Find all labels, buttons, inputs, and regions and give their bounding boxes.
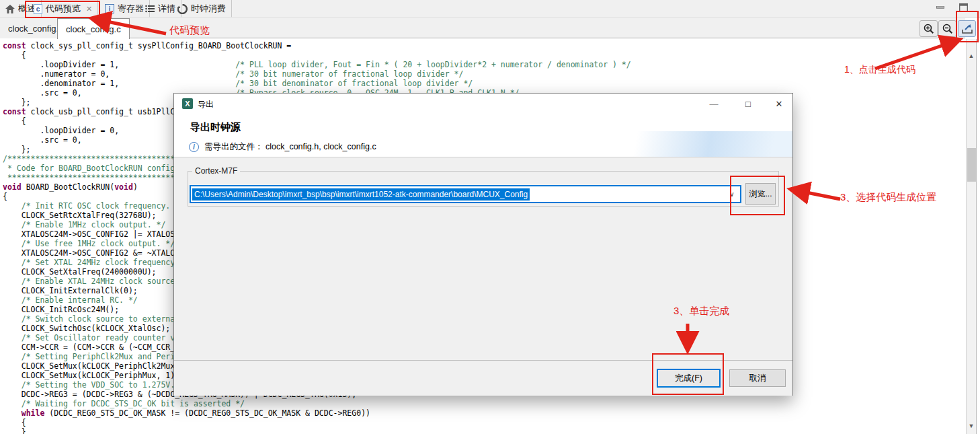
info-icon: i — [189, 142, 199, 152]
browse-button[interactable]: 浏览... — [745, 183, 776, 205]
dialog-wizard-header: 导出时钟源 i 需导出的文件： clock_config.h, clock_co… — [174, 114, 792, 157]
chevron-down-icon[interactable]: ∨ — [725, 188, 739, 201]
tab-code-preview-label: 代码预览 — [46, 3, 81, 15]
vertical-scrollbar[interactable]: ▲ ▼ — [966, 39, 977, 434]
details-icon — [145, 5, 155, 13]
export-files-info: 需导出的文件： clock_config.h, clock_config.c — [204, 141, 376, 153]
cancel-button[interactable]: 取消 — [729, 369, 786, 387]
dialog-minimize-button[interactable]: — — [703, 96, 725, 111]
export-dialog: X 导出 — □ ✕ 导出时钟源 i 需导出的文件： clock_config.… — [173, 93, 793, 396]
tab-clock-consumers[interactable]: 时钟消费 — [172, 0, 232, 17]
file-tab-label: clock_config.c — [66, 24, 121, 34]
file-tab-bar: clock_config.h clock_config.c — [0, 18, 965, 38]
finish-button[interactable]: 完成(F) — [657, 369, 721, 388]
scroll-down-icon[interactable]: ▼ — [967, 421, 976, 431]
file-tab-clock-config-c[interactable]: clock_config.c — [57, 18, 130, 39]
registers-icon: i — [105, 4, 114, 13]
zoom-out-button[interactable] — [938, 20, 956, 37]
zoom-out-icon — [942, 24, 953, 34]
tab-code-preview[interactable]: c 代码预览 ✕ — [28, 0, 98, 17]
app-window: 概述 c 代码预览 ✕ i 寄存器 详情 时钟消费 — [0, 0, 980, 434]
scroll-up-icon[interactable]: ▲ — [967, 51, 976, 61]
view-minimize-icon[interactable] — [934, 2, 946, 13]
file-tab-label: clock_config.h — [8, 24, 63, 34]
header-decoration — [584, 131, 792, 157]
dialog-title: 导出 — [198, 99, 214, 110]
dialog-heading: 导出时钟源 — [190, 121, 241, 134]
dialog-titlebar[interactable]: X 导出 — □ ✕ — [174, 94, 792, 114]
dialog-app-icon: X — [182, 98, 193, 109]
c-file-icon: c — [34, 4, 42, 14]
output-path-value: C:\Users\Admin\Desktop\imxrt_bsp\bsp\imx… — [192, 188, 530, 201]
scrollbar-thumb[interactable] — [967, 148, 976, 182]
zoom-in-button[interactable] — [920, 20, 938, 37]
dialog-close-button[interactable]: ✕ — [768, 96, 790, 111]
generate-code-button[interactable] — [958, 20, 976, 37]
dialog-footer: 完成(F) 取消 — [174, 360, 792, 396]
zoom-in-icon — [924, 24, 934, 34]
close-icon[interactable]: ✕ — [86, 5, 92, 13]
clock-consumers-icon — [177, 4, 188, 14]
view-maximize-icon[interactable] — [957, 2, 969, 13]
home-icon — [5, 5, 15, 13]
export-code-icon — [961, 24, 973, 34]
view-tab-toolbar: 概述 c 代码预览 ✕ i 寄存器 详情 时钟消费 — [0, 0, 980, 17]
tab-clock-consumers-label: 时钟消费 — [191, 3, 226, 15]
dialog-content: Cortex-M7F C:\Users\Admin\Desktop\imxrt_… — [174, 157, 792, 360]
dialog-maximize-button[interactable]: □ — [737, 96, 759, 111]
output-path-combobox[interactable]: C:\Users\Admin\Desktop\imxrt_bsp\bsp\imx… — [190, 185, 741, 203]
group-label: Cortex-M7F — [192, 166, 240, 176]
